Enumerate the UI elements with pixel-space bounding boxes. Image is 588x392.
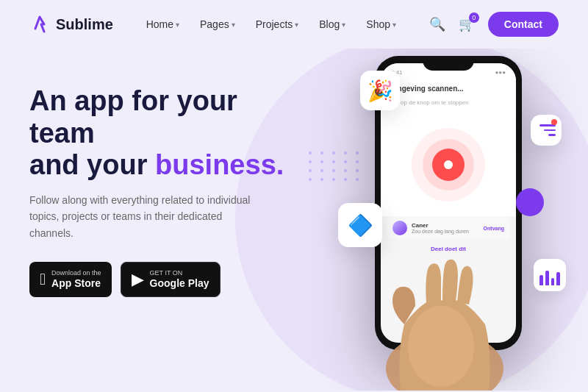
hand-illustration	[360, 177, 529, 391]
caret-icon: ▾	[392, 21, 396, 29]
nav-item-projects[interactable]: Projects▾	[256, 18, 299, 30]
hero-title-highlight: business.	[155, 149, 284, 180]
hero-title-line1: An app for your team	[29, 85, 237, 149]
google-play-label: Google Play	[150, 277, 209, 290]
nav-right: 🔍 🛒 0 Contact	[429, 12, 559, 37]
phone-scan-subtitle: Klik op de knop om te stoppen	[390, 99, 469, 106]
caret-icon: ▾	[295, 21, 298, 29]
caret-icon: ▾	[176, 21, 179, 29]
dot-grid-decoration	[309, 152, 362, 181]
nav-item-blog[interactable]: Blog▾	[319, 18, 345, 30]
float-party-card: 🎉	[360, 71, 400, 110]
app-store-pre-label: Download on the	[51, 269, 101, 277]
scan-dot	[444, 160, 453, 169]
menu-line-2	[544, 129, 556, 132]
google-play-icon: ▶	[132, 270, 144, 289]
hand-svg	[360, 177, 529, 391]
logo-icon	[29, 14, 50, 35]
float-chart-card	[534, 259, 566, 291]
hero-right: 9:41 ●●● Omgeving scannen... Klik op de …	[309, 63, 559, 391]
nav-links: Home▾ Pages▾ Projects▾ Blog▾ Shop▾	[146, 18, 396, 30]
phone-scan-header: Omgeving scannen... Klik op de knop om t…	[381, 79, 516, 113]
hero-left: An app for your team and your business. …	[29, 63, 309, 297]
nav-item-pages[interactable]: Pages▾	[200, 18, 235, 30]
brand-name: Sublime	[56, 16, 113, 33]
hero-section: An app for your team and your business. …	[0, 49, 588, 391]
chart-bar-2	[545, 271, 549, 285]
menu-line-3	[548, 134, 556, 136]
phone-scan-title: Omgeving scannen...	[390, 85, 507, 93]
chart-bar-4	[556, 272, 560, 285]
store-buttons:  Download on the App Store ▶ GET IT ON …	[29, 262, 309, 297]
contact-button[interactable]: Contact	[488, 12, 559, 37]
app-store-button[interactable]:  Download on the App Store	[29, 262, 112, 297]
phone-notch	[423, 56, 474, 71]
nav-item-shop[interactable]: Shop▾	[366, 18, 396, 30]
scan-ring-inner	[432, 149, 465, 181]
phone-signal: ●●●	[495, 69, 506, 76]
caret-icon: ▾	[342, 21, 345, 29]
google-play-button[interactable]: ▶ GET IT ON Google Play	[121, 262, 220, 297]
nav-item-home[interactable]: Home▾	[146, 18, 179, 30]
search-icon[interactable]: 🔍	[429, 16, 445, 32]
app-store-label: App Store	[51, 277, 101, 290]
cart-badge: 0	[469, 13, 479, 23]
google-play-pre-label: GET IT ON	[150, 269, 209, 277]
hero-title-line2: and your	[29, 149, 155, 180]
chart-bar-1	[539, 275, 543, 285]
party-icon: 🎉	[368, 79, 393, 103]
logo[interactable]: Sublime	[29, 14, 113, 35]
apple-icon: 	[40, 270, 46, 289]
menu-notification-dot	[551, 119, 557, 125]
hero-title: An app for your team and your business.	[29, 85, 309, 182]
chart-bar-3	[551, 278, 555, 285]
navbar: Sublime Home▾ Pages▾ Projects▾ Blog▾ Sho…	[0, 0, 588, 49]
caret-icon: ▾	[232, 21, 235, 29]
svg-point-1	[408, 306, 474, 387]
cart-icon[interactable]: 🛒 0	[459, 16, 475, 32]
hero-subtitle: Follow along with everything related to …	[29, 192, 257, 241]
float-menu-card	[531, 115, 562, 146]
